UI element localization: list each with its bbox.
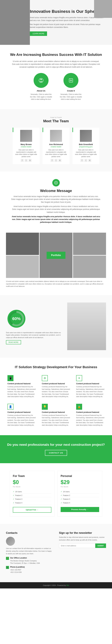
pricing-price-0: $0 bbox=[13, 479, 51, 486]
contacts-title: Contacts bbox=[6, 532, 53, 534]
newsletter-submit-button[interactable]: SUBMIT bbox=[95, 544, 106, 548]
team-desc-0: Duis aute irure dolor in reprehenderit i… bbox=[15, 149, 37, 158]
contact-phone-label: Phone (Landline) bbox=[10, 566, 25, 568]
strategy-item-desc-1: Contrary produced featured buy for fuel … bbox=[42, 386, 70, 398]
image-credit: Image by Freepik bbox=[6, 116, 106, 118]
contact-phone-number2: +92.3 2114.536 bbox=[10, 571, 22, 573]
strategy-item-title-5: Content produced featured bbox=[76, 411, 104, 413]
social-facebook-1[interactable]: f bbox=[51, 159, 54, 162]
contact-location-row: 📍 Our Office Location The Boston Design … bbox=[6, 556, 53, 564]
check-icon-0-1: ✓ bbox=[13, 494, 14, 496]
strategy-icon-5: 🔒 bbox=[76, 404, 82, 410]
portfolio-img-3[interactable] bbox=[73, 233, 106, 255]
team-role-0: creative leader bbox=[15, 146, 37, 148]
strategy-item-4: 💡 Content produced featured Contrary pro… bbox=[40, 402, 72, 428]
strategy-icon-1: ⚙ bbox=[42, 375, 48, 381]
footer-text: Copyright © 2024 - Powered by Wix bbox=[6, 584, 106, 586]
team-photo-inner-1 bbox=[50, 130, 62, 142]
contact-phone-number1: +92.5 1917847 bbox=[10, 569, 21, 571]
pricing-title-0: For Team bbox=[13, 474, 51, 478]
social-linkedin-1[interactable]: in bbox=[58, 159, 61, 162]
pricing-card-0: For Team $0 Per Month ✓ 19 Users ✓ Featu… bbox=[10, 471, 55, 516]
strategy-item-5: 🔒 Content produced featured Contrary pro… bbox=[75, 402, 106, 428]
pricing-btn-0[interactable]: Upload Free → bbox=[13, 507, 51, 513]
portfolio-img-1[interactable] bbox=[6, 233, 39, 255]
stats-text: Duis aute irure dolor in reprehenderit i… bbox=[6, 332, 63, 339]
newsletter-right: Sign up for the newsletter Subscribe to … bbox=[59, 532, 106, 575]
check-icon-0-3: ✓ bbox=[13, 502, 14, 504]
strategy-section: IT Solution Strategy Development For You… bbox=[0, 358, 112, 435]
strategy-item-title-0: Content produced featured bbox=[8, 382, 36, 385]
footer-link[interactable]: Wix bbox=[66, 584, 69, 586]
pricing-card-1: Personal $29 Per Month ✓ 19 Users ✓ Feat… bbox=[57, 471, 102, 516]
it-card-about[interactable]: About Us Venenatis. Click to select the … bbox=[29, 73, 53, 102]
social-twitter-1[interactable]: t bbox=[55, 159, 57, 162]
check-icon-0-0: ✓ bbox=[13, 490, 14, 493]
it-card-create-title: Create It bbox=[59, 90, 83, 92]
welcome-section: Welcome Message Amet luctus venenatis le… bbox=[0, 172, 112, 233]
contact-phone-row: 📞 Phone (Landline) +92.5 1917847 +92.3 2… bbox=[6, 566, 53, 574]
portfolio-img-5[interactable] bbox=[73, 256, 106, 278]
portfolio-overlay: Portfolio bbox=[47, 252, 65, 259]
portfolio-img-4[interactable] bbox=[6, 256, 39, 278]
pricing-feature-1-1: ✓ Feature 2 bbox=[61, 494, 99, 497]
pricing-period-1: Per Month bbox=[61, 486, 99, 488]
social-twitter-0[interactable]: t bbox=[25, 159, 28, 162]
contacts-desc: Use our contact form for all information… bbox=[6, 547, 53, 555]
strategy-item-3: 👤 Content produced featured Contrary pro… bbox=[6, 402, 37, 428]
strategy-grid: 📱 Content produced featured Contrary pro… bbox=[6, 374, 106, 428]
newsletter-desc: Subscribe to stay informed about events … bbox=[59, 536, 106, 541]
check-icon-1-3: ✓ bbox=[61, 502, 62, 504]
contact-phone-text: Phone (Landline) +92.5 1917847 +92.3 211… bbox=[10, 566, 25, 574]
pricing-feature-0-0: ✓ 19 Users bbox=[13, 490, 51, 494]
team-photo-inner-2 bbox=[80, 130, 92, 142]
location-icon: 📍 bbox=[6, 557, 9, 560]
social-twitter-2[interactable]: t bbox=[84, 159, 87, 162]
stats-person-image bbox=[67, 302, 106, 350]
strategy-icon-3: 👤 bbox=[8, 404, 14, 410]
pricing-btn-1[interactable]: Process Annually → bbox=[61, 507, 99, 512]
team-cards: Mary Brown creative leader Duis aute iru… bbox=[6, 128, 106, 164]
pricing-feature-1-2: ✓ Feature 3 bbox=[61, 497, 99, 501]
cta-button[interactable]: CONTACT US bbox=[45, 450, 67, 456]
social-linkedin-2[interactable]: in bbox=[88, 159, 91, 162]
hero-cta-button[interactable]: LEARN MORE bbox=[30, 32, 47, 36]
team-card-0: Mary Brown creative leader Duis aute iru… bbox=[13, 128, 40, 164]
cta-section: Do you need professionals for your next … bbox=[0, 435, 112, 463]
strategy-item-desc-5: Contrary produced featured buy for fuel … bbox=[76, 414, 104, 426]
team-photo-2 bbox=[80, 130, 92, 142]
team-section: Image by Freepik Meet The Team Mary Brow… bbox=[0, 109, 112, 172]
strategy-item-title-3: Content produced featured bbox=[8, 411, 36, 413]
strategy-item-title-2: Content produced featured bbox=[76, 382, 104, 385]
it-card-create[interactable]: Create It Venenatis. Click to select the… bbox=[59, 73, 83, 102]
team-card-2: Bob Greenfield programming.guru Duis aut… bbox=[72, 128, 99, 164]
hero-bg-image-right bbox=[94, 0, 112, 18]
pricing-feature-0-3: ✓ Feature 4 bbox=[13, 501, 51, 505]
strategy-item-title-4: Content produced featured bbox=[42, 411, 70, 413]
pricing-title-1: Personal bbox=[61, 474, 99, 478]
team-photo-1 bbox=[50, 130, 62, 142]
newsletter-form: SUBMIT bbox=[59, 544, 106, 548]
contact-location-label: Our Office Location bbox=[10, 556, 40, 559]
read-more-button[interactable]: READ MORE bbox=[6, 340, 21, 344]
stats-left: 60% Duis aute irure dolor in reprehender… bbox=[6, 308, 63, 344]
social-facebook-2[interactable]: f bbox=[80, 159, 83, 162]
portfolio-section: Portfolio Ut enim ad minim veniam, quis … bbox=[0, 233, 112, 295]
newsletter-input[interactable] bbox=[59, 544, 95, 548]
cta-title: Do you need professionals for your next … bbox=[6, 443, 106, 447]
check-icon-1-1: ✓ bbox=[61, 494, 62, 496]
strategy-item-desc-3: Contrary produced featured buy for fuel … bbox=[8, 414, 36, 426]
contact-location-line1: The Boston Design Studio Company bbox=[10, 560, 37, 562]
check-icon-1-0: ✓ bbox=[61, 490, 62, 493]
stats-percent: 60% bbox=[12, 316, 21, 321]
social-facebook-0[interactable]: f bbox=[21, 159, 24, 162]
social-linkedin-0[interactable]: in bbox=[29, 159, 32, 162]
team-desc-2: Duis aute irure dolor in reprehenderit i… bbox=[75, 149, 97, 158]
strategy-item-title-1: Content produced featured bbox=[42, 382, 70, 385]
strategy-title: IT Solution Strategy Development For You… bbox=[6, 365, 106, 369]
pricing-feature-1-0: ✓ 19 Users bbox=[61, 490, 99, 494]
it-section: We Are Increasing Business Success With … bbox=[0, 45, 112, 109]
strategy-item-2: ☀ Content produced featured Contrary pro… bbox=[75, 374, 106, 399]
stats-section: 60% Duis aute irure dolor in reprehender… bbox=[0, 295, 112, 358]
strategy-item-desc-0: Contrary produced featured buy for fuel … bbox=[8, 386, 36, 398]
